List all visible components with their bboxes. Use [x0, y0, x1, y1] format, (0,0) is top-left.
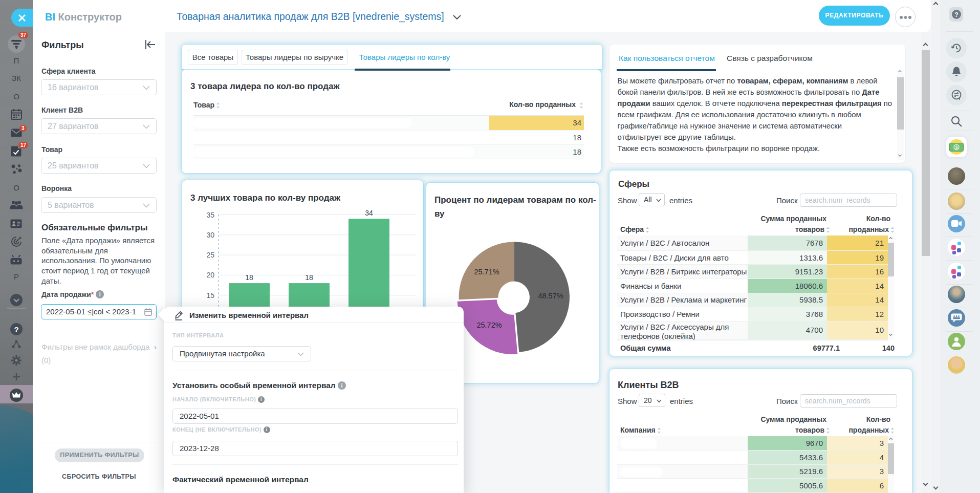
svg-text:?: ?	[14, 325, 18, 334]
svg-text:15: 15	[206, 291, 214, 299]
svg-text:25.71%: 25.71%	[474, 268, 499, 276]
svg-text:30: 30	[206, 231, 214, 239]
svg-text:25: 25	[206, 251, 214, 259]
svg-text:35: 35	[206, 211, 214, 219]
svg-text:$: $	[955, 145, 957, 150]
svg-text:25.72%: 25.72%	[476, 321, 502, 329]
svg-text:34: 34	[365, 209, 373, 217]
svg-text:?: ?	[954, 11, 958, 18]
svg-text:48.57%: 48.57%	[538, 292, 563, 300]
svg-text:18: 18	[245, 273, 253, 282]
svg-text:18: 18	[305, 273, 313, 282]
svg-text:20: 20	[206, 271, 214, 279]
